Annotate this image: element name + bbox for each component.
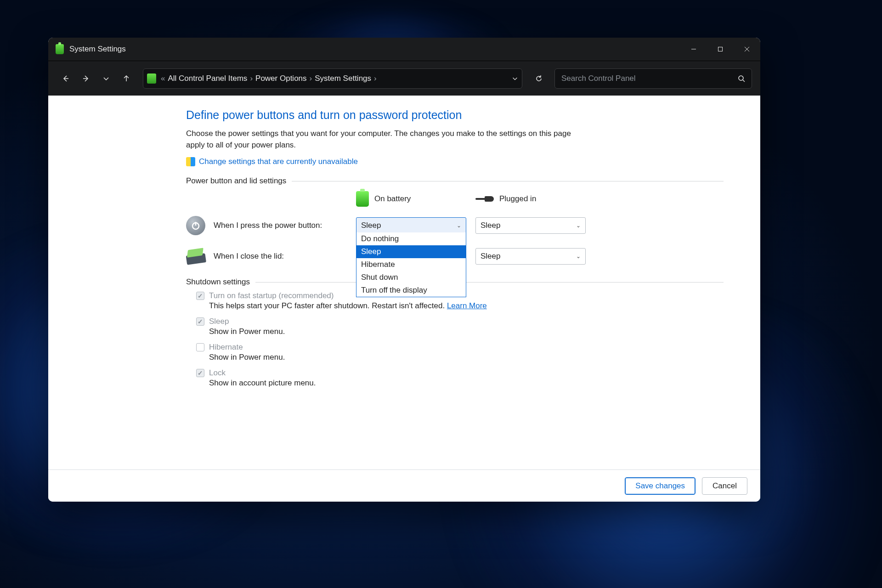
content-area: Define power buttons and turn on passwor… (48, 96, 760, 469)
column-headers: On battery Plugged in (186, 191, 724, 207)
checkbox-label: Lock (209, 368, 226, 378)
change-settings-link[interactable]: Change settings that are currently unava… (199, 157, 358, 166)
checkbox[interactable] (196, 369, 204, 377)
forward-button[interactable] (77, 69, 95, 88)
page-heading: Define power buttons and turn on passwor… (186, 108, 724, 122)
dropdown-option[interactable]: Do nothing (356, 232, 466, 245)
titlebar: System Settings (48, 38, 760, 61)
svg-line-8 (743, 80, 745, 82)
search-input[interactable] (561, 74, 738, 83)
dropdown-option[interactable]: Sleep (356, 245, 466, 258)
battery-icon (356, 191, 369, 207)
section-power-settings: Power button and lid settings (186, 176, 724, 186)
back-button[interactable] (57, 69, 75, 88)
power-button-label: When I press the power button: (214, 221, 322, 230)
address-bar[interactable]: « All Control Panel Items › Power Option… (143, 68, 522, 89)
plugged-in-column: Plugged in (475, 194, 595, 204)
footer: Save changes Cancel (48, 469, 760, 502)
minimize-button[interactable] (680, 38, 707, 61)
dropdown-option[interactable]: Hibernate (356, 258, 466, 271)
checkbox[interactable] (196, 292, 204, 300)
svg-point-7 (739, 76, 743, 80)
breadcrumb-prefix: « (161, 74, 165, 83)
svg-rect-1 (718, 47, 723, 51)
close-lid-plugged-select[interactable]: Sleep⌄ (475, 248, 586, 265)
breadcrumb-item[interactable]: Power Options (255, 74, 307, 83)
search-icon (738, 75, 745, 82)
checkbox-label: Hibernate (209, 343, 243, 352)
save-changes-button[interactable]: Save changes (625, 477, 695, 495)
shield-icon (186, 157, 195, 166)
address-icon (147, 74, 156, 84)
toolbar: « All Control Panel Items › Power Option… (48, 61, 760, 96)
chevron-down-icon: ⌄ (576, 253, 581, 260)
app-icon (56, 44, 64, 54)
checkbox[interactable] (196, 343, 204, 351)
power-button-row: When I press the power button: Sleep⌄ Sl… (186, 216, 724, 235)
checkbox-description: Show in account picture menu. (209, 379, 724, 388)
power-icon (186, 216, 205, 235)
checkbox-label: Turn on fast startup (recommended) (209, 291, 334, 300)
on-battery-column: On battery (356, 191, 475, 207)
chevron-right-icon: › (310, 74, 312, 83)
window-title: System Settings (69, 45, 126, 54)
search-box[interactable] (554, 68, 752, 89)
plug-icon (475, 195, 494, 203)
laptop-lid-icon (185, 248, 206, 266)
chevron-right-icon: › (374, 74, 377, 83)
power-button-battery-dropdown[interactable]: Do nothingSleepHibernateShut downTurn of… (356, 232, 466, 297)
checkbox-description: This helps start your PC faster after sh… (209, 301, 724, 311)
refresh-button[interactable] (530, 69, 548, 88)
checkbox-label: Sleep (209, 317, 229, 326)
page-description: Choose the power settings that you want … (186, 128, 590, 151)
maximize-button[interactable] (707, 38, 734, 61)
cancel-button[interactable]: Cancel (702, 477, 747, 495)
up-button[interactable] (117, 69, 136, 88)
window-buttons (680, 38, 760, 61)
close-lid-label: When I close the lid: (214, 252, 284, 261)
window: System Settings « All Control Panel Item… (48, 38, 760, 502)
power-button-battery-select[interactable]: Sleep⌄ (356, 217, 466, 234)
chevron-down-icon: ⌄ (457, 222, 461, 229)
chevron-down-icon[interactable] (512, 75, 518, 82)
power-button-plugged-select[interactable]: Sleep⌄ (475, 217, 586, 234)
breadcrumb-item[interactable]: System Settings (315, 74, 371, 83)
shutdown-setting-item: LockShow in account picture menu. (196, 368, 724, 388)
recent-dropdown-button[interactable] (97, 69, 115, 88)
checkbox[interactable] (196, 317, 204, 326)
learn-more-link[interactable]: Learn More (447, 301, 487, 310)
dropdown-option[interactable]: Turn off the display (356, 284, 466, 297)
chevron-down-icon: ⌄ (576, 222, 581, 229)
checkbox-description: Show in Power menu. (209, 327, 724, 336)
checkbox-description: Show in Power menu. (209, 353, 724, 362)
shutdown-setting-item: HibernateShow in Power menu. (196, 343, 724, 362)
close-button[interactable] (734, 38, 760, 61)
breadcrumb-item[interactable]: All Control Panel Items (168, 74, 247, 83)
dropdown-option[interactable]: Shut down (356, 271, 466, 284)
shutdown-setting-item: SleepShow in Power menu. (196, 317, 724, 336)
chevron-right-icon: › (250, 74, 253, 83)
shutdown-settings-list: Turn on fast startup (recommended)This h… (186, 291, 724, 388)
